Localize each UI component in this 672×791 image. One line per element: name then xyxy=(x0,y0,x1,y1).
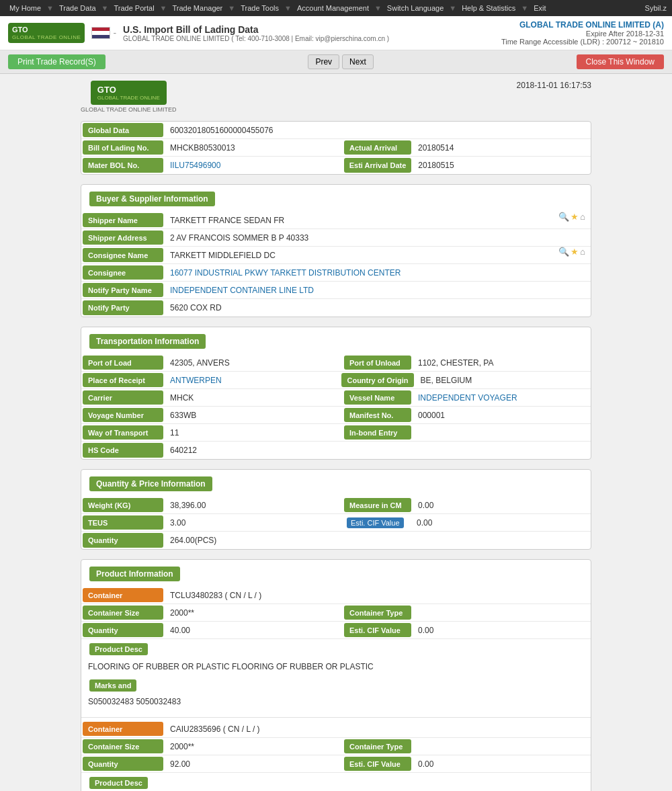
container-1-prod-desc-section: Product Desc xyxy=(81,639,591,659)
logo: GTO GLOBAL TRADE ONLINE xyxy=(8,23,85,42)
next-button-top[interactable]: Next xyxy=(342,54,374,69)
vessel-name-value: INDEPENDENT VOYAGER xyxy=(413,389,591,406)
voyage-row: Voyage Number 633WB Manifest No. 000001 xyxy=(81,407,591,424)
esti-arrival-label: Esti Arrival Date xyxy=(344,158,412,173)
quantity-value: 264.00(PCS) xyxy=(165,532,591,549)
nav-switch-language[interactable]: Switch Language xyxy=(383,3,448,13)
notify-party-row: Notify Party 5620 COX RD xyxy=(81,299,591,317)
consignee-row: Consignee 16077 INDUSTRIAL PKWY TARKETT … xyxy=(81,264,591,282)
container-2-type-value xyxy=(413,738,591,755)
nav-help-statistics[interactable]: Help & Statistics xyxy=(458,3,519,13)
close-button-top[interactable]: Close This Window xyxy=(577,54,664,69)
container-1-qty-value: 40.00 xyxy=(165,622,343,638)
container-1-type-label: Container Type xyxy=(344,606,411,620)
voyage-label: Voyage Number xyxy=(83,408,163,422)
port-load-row: Port of Load 42305, ANVERS Port of Unloa… xyxy=(81,354,591,372)
expire-date: Expire After 2018-12-31 xyxy=(501,30,664,38)
print-button-top[interactable]: Print Trade Record(S) xyxy=(8,54,106,69)
shipper-star-icon[interactable]: ★ xyxy=(571,212,579,228)
quantity-price-section: Quantity & Price Information Weight (KG)… xyxy=(81,469,591,550)
container-1-size-value: 2000** xyxy=(165,604,343,621)
nav-trade-manager[interactable]: Trade Manager xyxy=(168,3,226,13)
place-receipt-label: Place of Receipt xyxy=(83,373,163,387)
logo-text: GTO xyxy=(12,26,81,34)
esti-arrival-value: 20180515 xyxy=(413,157,591,174)
consignee-name-value: TARKETT MIDDLEFIELD DC xyxy=(165,247,554,263)
container-2-row: Container CAIU2835696 ( CN / L / ) xyxy=(81,720,591,738)
nav-user: Sybil.z xyxy=(645,4,667,12)
manifest-label: Manifest No. xyxy=(344,408,411,422)
port-unload-value: 1102, CHESTER, PA xyxy=(413,354,591,371)
container-2-label: Container xyxy=(83,722,163,736)
shipper-home-icon[interactable]: ⌂ xyxy=(580,212,585,228)
carrier-row: Carrier MHCK Vessel Name INDEPENDENT VOY… xyxy=(81,389,591,407)
actual-arrival-label: Actual Arrival xyxy=(344,140,411,155)
container-2-prod-desc-section: Product Desc xyxy=(81,773,591,791)
consignee-name-row: Consignee Name TARKETT MIDDLEFIELD DC 🔍 … xyxy=(81,247,591,264)
container-2: Container CAIU2835696 ( CN / L / ) Conta… xyxy=(81,717,591,791)
inbond-value xyxy=(413,424,591,441)
container-2-esti-value: 0.00 xyxy=(413,755,591,772)
doc-timestamp: 2018-11-01 16:17:53 xyxy=(517,81,591,90)
notify-party-name-row: Notify Party Name INDEPENDENT CONTAINER … xyxy=(81,282,591,299)
consignee-name-label: Consignee Name xyxy=(83,248,163,262)
nav-account-management[interactable]: Account Management xyxy=(293,3,373,13)
shipper-address-value: 2 AV FRANCOIS SOMMER B P 40333 xyxy=(165,229,591,246)
consignee-search-icon[interactable]: 🔍 xyxy=(558,247,569,263)
notify-party-value: 5620 COX RD xyxy=(165,299,591,317)
global-data-row: Global Data 60032018051600000455076 xyxy=(81,122,591,139)
nav-trade-tools[interactable]: Trade Tools xyxy=(237,3,283,13)
actual-arrival-value: 20180514 xyxy=(413,139,591,156)
header-left: GTO GLOBAL TRADE ONLINE - U.S. Import Bi… xyxy=(8,23,389,42)
consignee-star-icon[interactable]: ★ xyxy=(571,247,579,263)
notify-party-name-value: INDEPENDENT CONTAINER LINE LTD xyxy=(165,282,591,298)
notify-party-name-label: Notify Party Name xyxy=(83,283,163,297)
bill-of-lading-value: MHCKB80530013 xyxy=(165,139,343,156)
hs-code-value: 640212 xyxy=(165,442,591,459)
hs-code-row: HS Code 640212 xyxy=(81,442,591,459)
top-nav: My Home ▼ Trade Data ▼ Trade Portal ▼ Tr… xyxy=(0,0,672,16)
company-name: GLOBAL TRADE ONLINE LIMITED (A) xyxy=(501,20,664,30)
quantity-row: Quantity 264.00(PCS) xyxy=(81,532,591,549)
consignee-label: Consignee xyxy=(83,265,163,280)
country-origin-value: BE, BELGIUM xyxy=(415,372,591,388)
teus-row: TEUS 3.00 Esti. CIF Value 0.00 xyxy=(81,514,591,532)
nav-trade-data[interactable]: Trade Data xyxy=(55,3,100,13)
container-1-qty-row: Quantity 40.00 Esti. CIF Value 0.00 xyxy=(81,622,591,639)
nav-trade-portal[interactable]: Trade Portal xyxy=(110,3,158,13)
nav-exit[interactable]: Exit xyxy=(530,3,550,13)
container-2-size-row: Container Size 2000** Container Type xyxy=(81,738,591,755)
measure-value: 0.00 xyxy=(413,497,591,513)
mater-bol-value: IILU75496900 xyxy=(165,157,343,174)
flag-box: - xyxy=(91,27,116,39)
place-receipt-value: ANTWERPEN xyxy=(165,372,340,388)
inbond-label: In-bond Entry xyxy=(344,425,411,440)
container-2-esti-label: Esti. CIF Value xyxy=(344,757,411,771)
nav-items: My Home ▼ Trade Data ▼ Trade Portal ▼ Tr… xyxy=(5,3,550,13)
consignee-home-icon[interactable]: ⌂ xyxy=(580,247,585,263)
shipper-name-value: TARKETT FRANCE SEDAN FR xyxy=(165,212,554,228)
bill-of-lading-row: Bill of Lading No. MHCKB80530013 Actual … xyxy=(81,139,591,157)
logo-sub: GLOBAL TRADE ONLINE xyxy=(12,34,81,40)
country-origin-label: Country of Origin xyxy=(341,373,413,387)
shipper-search-icon[interactable]: 🔍 xyxy=(558,212,569,228)
manifest-value: 000001 xyxy=(413,407,591,423)
header-contact: GLOBAL TRADE ONLINE LIMITED ( Tel: 400-7… xyxy=(123,35,389,42)
nav-my-home[interactable]: My Home xyxy=(5,3,45,13)
shipper-name-label: Shipper Name xyxy=(83,213,163,227)
container-2-prod-desc-label: Product Desc xyxy=(89,777,148,789)
top-toolbar: Print Trade Record(S) Prev Next Close Th… xyxy=(0,50,672,74)
global-data-label: Global Data xyxy=(83,123,163,137)
container-1-marks-value: S050032483 5050032483 xyxy=(81,696,591,710)
container-2-type-label: Container Type xyxy=(344,739,411,753)
container-1: Container TCLU3480283 ( CN / L / ) Conta… xyxy=(81,587,591,710)
esti-cif-button[interactable]: Esti. CIF Value xyxy=(347,517,404,528)
weight-label: Weight (KG) xyxy=(83,498,163,512)
way-transport-value: 11 xyxy=(165,424,343,441)
prev-button-top[interactable]: Prev xyxy=(308,54,339,69)
teus-label: TEUS xyxy=(83,515,163,530)
container-1-esti-label: Esti. CIF Value xyxy=(344,623,411,637)
doc-header: GTO GLOBAL TRADE ONLINE GLOBAL TRADE ONL… xyxy=(81,81,591,113)
ldr-range: Time Range Accessible (LDR) : 200712 ~ 2… xyxy=(501,38,664,46)
carrier-label: Carrier xyxy=(83,390,163,405)
